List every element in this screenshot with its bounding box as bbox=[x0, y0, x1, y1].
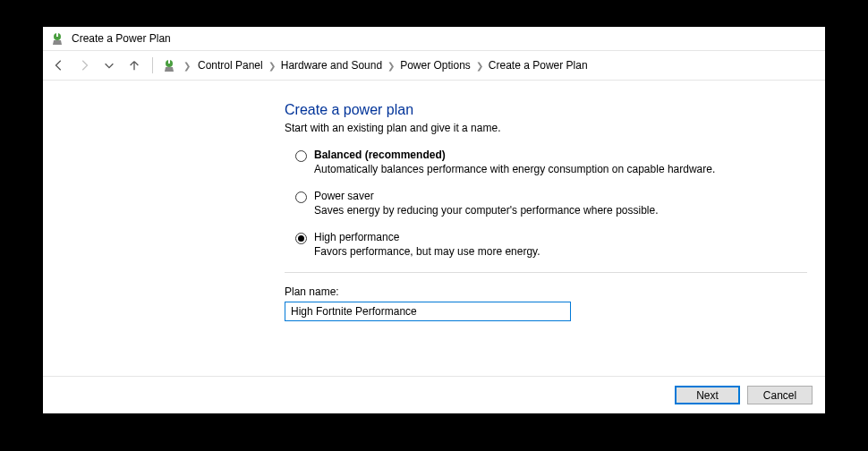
breadcrumb: Control Panel ❯ Hardware and Sound ❯ Pow… bbox=[198, 59, 588, 72]
chevron-right-icon: ❯ bbox=[183, 61, 191, 71]
forward-button[interactable] bbox=[75, 56, 93, 74]
page-subheading: Start with an existing plan and give it … bbox=[285, 122, 807, 134]
cancel-button[interactable]: Cancel bbox=[747, 386, 813, 404]
option-label: Balanced (recommended) bbox=[314, 149, 715, 161]
option-desc: Favors performance, but may use more ene… bbox=[314, 245, 540, 258]
option-power-saver[interactable]: Power saver Saves energy by reducing you… bbox=[295, 190, 807, 217]
power-options-icon bbox=[50, 31, 64, 46]
radio-high-performance[interactable] bbox=[295, 233, 307, 244]
radio-balanced[interactable] bbox=[295, 150, 307, 162]
breadcrumb-item[interactable]: Control Panel bbox=[198, 59, 263, 72]
content-area: Create a power plan Start with an existi… bbox=[43, 81, 825, 376]
chevron-right-icon: ❯ bbox=[476, 61, 483, 71]
up-button[interactable] bbox=[125, 56, 143, 74]
recent-dropdown[interactable] bbox=[100, 56, 118, 74]
plan-options: Balanced (recommended) Automatically bal… bbox=[295, 149, 807, 258]
navigation-bar: ❯ Control Panel ❯ Hardware and Sound ❯ P… bbox=[43, 50, 825, 81]
svg-rect-3 bbox=[168, 59, 170, 64]
option-label: Power saver bbox=[314, 190, 659, 202]
divider bbox=[285, 272, 807, 273]
footer: Next Cancel bbox=[43, 376, 825, 413]
option-desc: Saves energy by reducing your computer's… bbox=[314, 204, 659, 217]
chevron-right-icon: ❯ bbox=[387, 61, 395, 71]
titlebar: Create a Power Plan bbox=[43, 27, 825, 50]
radio-power-saver[interactable] bbox=[295, 191, 307, 203]
plan-name-label: Plan name: bbox=[285, 285, 807, 298]
breadcrumb-item[interactable]: Power Options bbox=[400, 59, 471, 72]
window-title: Create a Power Plan bbox=[72, 32, 171, 45]
breadcrumb-icon bbox=[162, 58, 176, 72]
svg-rect-1 bbox=[56, 32, 58, 37]
page-heading: Create a power plan bbox=[285, 102, 807, 118]
breadcrumb-item[interactable]: Create a Power Plan bbox=[489, 59, 588, 72]
plan-name-input[interactable] bbox=[285, 302, 571, 321]
next-button[interactable]: Next bbox=[675, 386, 740, 404]
breadcrumb-item[interactable]: Hardware and Sound bbox=[281, 59, 382, 72]
option-desc: Automatically balances performance with … bbox=[314, 163, 715, 175]
nav-separator bbox=[152, 57, 153, 73]
chevron-right-icon: ❯ bbox=[268, 61, 276, 71]
option-label: High performance bbox=[314, 231, 540, 243]
back-button[interactable] bbox=[50, 56, 68, 74]
option-balanced[interactable]: Balanced (recommended) Automatically bal… bbox=[295, 149, 807, 175]
window: Create a Power Plan ❯ Control Panel ❯ Ha… bbox=[43, 27, 825, 413]
option-high-performance[interactable]: High performance Favors performance, but… bbox=[295, 231, 807, 258]
